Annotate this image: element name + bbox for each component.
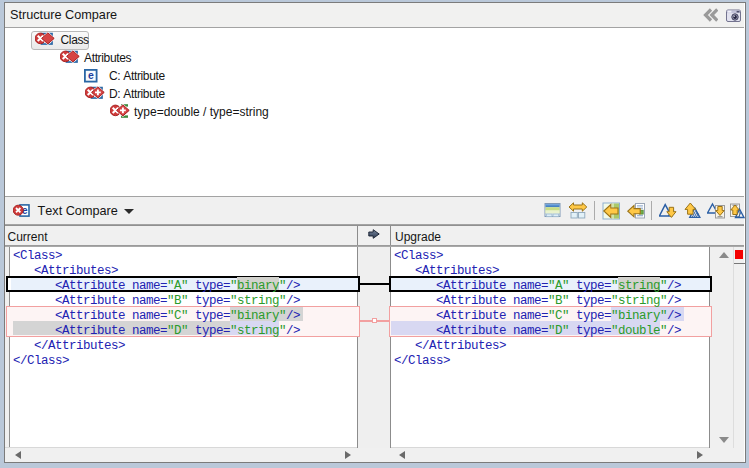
svg-text:e: e [88, 69, 94, 81]
